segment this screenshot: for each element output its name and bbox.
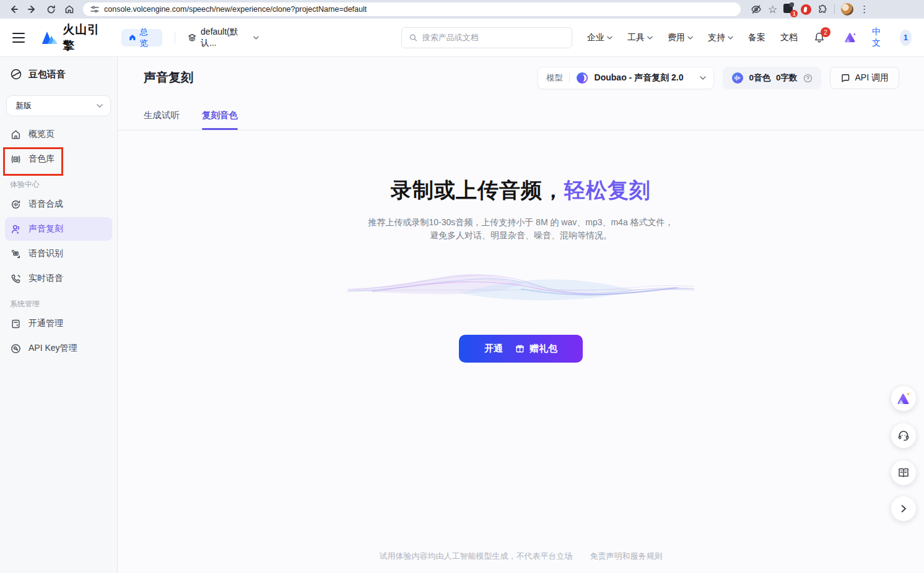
main-content: 声音复刻 模型 Doubao - 声音复刻 2.0 <box>118 57 924 573</box>
header-nav: 企业 工具 费用 支持 备案 文档 2 <box>587 27 912 49</box>
speech-synthesis-icon <box>10 199 21 210</box>
sidebar-item-voice-library[interactable]: 音色库 <box>5 147 112 171</box>
sidebar-item-label: 概览页 <box>28 129 54 140</box>
footer-terms-link[interactable]: 免责声明和服务规则 <box>590 551 663 562</box>
api-chat-icon <box>840 73 850 83</box>
hamburger-menu-icon[interactable] <box>12 33 25 43</box>
phone-icon <box>10 273 21 284</box>
nav-support[interactable]: 支持 <box>708 32 733 43</box>
nav-filing[interactable]: 备案 <box>748 32 765 43</box>
language-switcher[interactable]: 中文 <box>872 27 885 49</box>
gift-icon <box>515 344 525 353</box>
nav-docs[interactable]: 文档 <box>780 32 798 43</box>
extension-notes-icon[interactable]: 1 <box>783 4 795 15</box>
chevron-down-icon <box>607 36 612 40</box>
volcano-logo-icon <box>41 30 58 46</box>
nav-tools[interactable]: 工具 <box>627 32 653 43</box>
product-name: 豆包语音 <box>28 69 66 80</box>
search-input[interactable] <box>422 33 564 42</box>
sidebar-section-system: 系统管理 <box>10 299 107 309</box>
model-label: 模型 <box>547 72 563 84</box>
product-search[interactable] <box>401 27 572 48</box>
hero-section: 录制或上传音频，轻松复刻 推荐上传或录制10-30s音频，上传支持小于 8M 的… <box>118 131 924 363</box>
model-selector[interactable]: 模型 Doubao - 声音复刻 2.0 <box>538 67 714 89</box>
user-avatar[interactable]: 1 <box>900 30 912 46</box>
nav-label: 文档 <box>780 32 798 43</box>
sidebar-item-label: 语音识别 <box>28 248 63 259</box>
sidebar-section-experience: 体验中心 <box>10 179 107 190</box>
extension-red-icon[interactable] <box>801 4 811 15</box>
nav-billing[interactable]: 费用 <box>668 32 693 43</box>
doubao-voice-icon <box>10 68 22 80</box>
browser-toolbar: console.volcengine.com/speech/new/experi… <box>0 0 924 19</box>
ai-assistant-volcano-icon[interactable] <box>843 32 857 44</box>
home-icon[interactable] <box>62 2 77 17</box>
footer: 试用体验内容均由人工智能模型生成，不代表平台立场 免责声明和服务规则 <box>118 551 924 562</box>
browser-menu-icon[interactable]: ⋮ <box>860 4 869 15</box>
sidebar-product[interactable]: 豆包语音 <box>0 63 117 85</box>
hero-title-accent: 轻松复刻 <box>564 178 651 202</box>
notification-badge: 2 <box>821 27 830 37</box>
extension-badge: 1 <box>790 10 798 17</box>
hero-title-main: 录制或上传音频， <box>391 178 564 202</box>
waveform-graphic <box>347 257 694 314</box>
usage-quota-pill[interactable]: 0音色 0字数 <box>723 67 821 89</box>
refresh-icon[interactable] <box>43 2 58 17</box>
sidebar-item-label: 语音合成 <box>28 199 63 210</box>
usage-voices: 0音色 <box>749 72 771 84</box>
project-selector[interactable]: default(默认... <box>188 27 259 49</box>
bookmark-star-icon[interactable]: ☆ <box>768 3 777 16</box>
sidebar-item-label: 开通管理 <box>28 318 63 329</box>
chevron-down-icon <box>97 104 103 108</box>
sidebar-item-speech-recognition[interactable]: 语音识别 <box>5 242 112 265</box>
version-label: 新版 <box>15 100 32 111</box>
sidebar-item-speech-synthesis[interactable]: 语音合成 <box>5 192 112 216</box>
api-call-label: API 调用 <box>855 72 889 84</box>
volcano-sparkle-icon <box>896 392 911 405</box>
sidebar-item-activation-management[interactable]: 开通管理 <box>5 312 112 335</box>
api-call-button[interactable]: API 调用 <box>830 67 899 89</box>
sidebar: 豆包语音 新版 音色库 概览页 音色库 体验中心 语音合成 <box>0 57 118 573</box>
sidebar-item-voice-clone[interactable]: 声音复刻 <box>5 217 112 241</box>
tab-generate-preview[interactable]: 生成试听 <box>144 110 180 130</box>
browser-divider <box>834 4 835 14</box>
site-settings-icon[interactable] <box>90 5 99 14</box>
activate-gift-button[interactable]: 开通 赠礼包 <box>459 335 583 363</box>
activate-label: 开通 <box>484 343 503 355</box>
hero-description-line1: 推荐上传或录制10-30s音频，上传支持小于 8M 的 wav、mp3、m4a … <box>368 216 673 229</box>
sidebar-item-api-key-management[interactable]: API Key管理 <box>5 337 112 360</box>
sidebar-item-overview[interactable]: 音色库 概览页 <box>5 123 112 146</box>
nav-label: 支持 <box>708 32 725 43</box>
sidebar-item-realtime-voice[interactable]: 实时语音 <box>5 267 112 290</box>
url-text[interactable]: console.volcengine.com/speech/new/experi… <box>104 5 367 14</box>
usage-characters: 0字数 <box>776 72 798 84</box>
extensions-puzzle-icon[interactable] <box>817 4 828 15</box>
logo-text: 火山引擎 <box>63 22 107 54</box>
forward-icon[interactable] <box>25 2 40 17</box>
browser-profile-avatar[interactable] <box>841 3 853 15</box>
back-icon[interactable] <box>6 2 21 17</box>
ai-assistant-float-button[interactable] <box>891 386 916 411</box>
sidebar-item-label: 声音复刻 <box>28 223 63 235</box>
docs-float-button[interactable] <box>891 460 916 485</box>
customer-service-float-button[interactable] <box>891 423 916 448</box>
volcengine-logo[interactable]: 火山引擎 <box>41 22 108 54</box>
overview-tab[interactable]: 总览 <box>121 29 162 46</box>
chevron-down-icon <box>687 36 693 40</box>
tab-clone-voice[interactable]: 复刻音色 <box>202 110 238 130</box>
hide-eye-icon[interactable] <box>751 4 762 15</box>
address-bar[interactable]: console.volcengine.com/speech/new/experi… <box>83 2 741 16</box>
nav-label: 工具 <box>627 32 645 43</box>
nav-enterprise[interactable]: 企业 <box>587 32 612 43</box>
chevron-down-icon <box>728 36 733 40</box>
collapse-panel-button[interactable] <box>891 496 916 521</box>
help-icon[interactable] <box>803 74 813 83</box>
chevron-down-icon <box>253 36 259 40</box>
document-icon <box>10 318 21 329</box>
version-selector[interactable]: 新版 <box>6 95 111 116</box>
nav-label: 企业 <box>587 32 604 43</box>
footer-disclaimer: 试用体验内容均由人工智能模型生成，不代表平台立场 <box>380 551 573 562</box>
notifications-bell-icon[interactable]: 2 <box>814 32 825 43</box>
tabs: 生成试听 复刻音色 <box>118 104 924 131</box>
hero-description-line2: 避免多人对话、明显杂音、噪音、混响等情况。 <box>368 229 673 242</box>
